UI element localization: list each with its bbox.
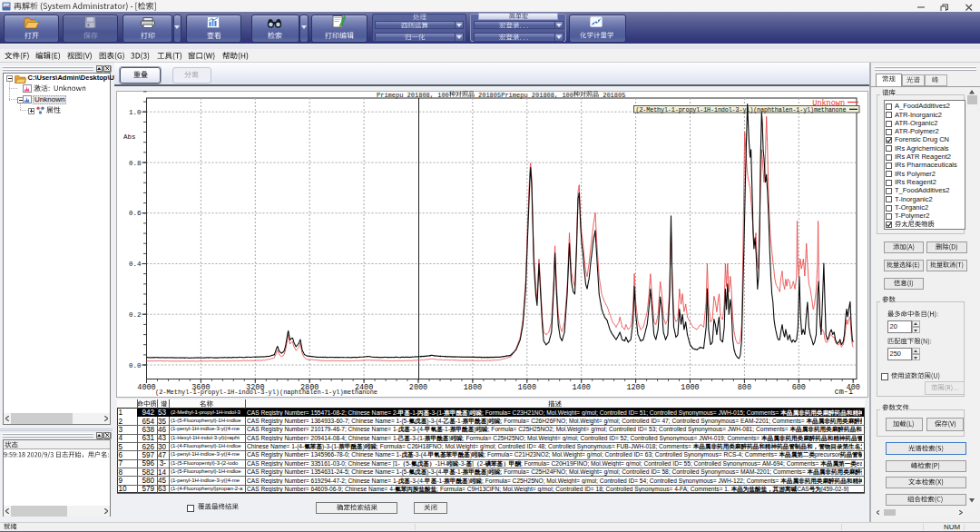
svg-text:4000: 4000 [137, 383, 155, 392]
svg-text:1.0: 1.0 [129, 109, 142, 116]
svg-text:(2-Methyl-1-propyl-1H-indol-3-: (2-Methyl-1-propyl-1H-indol-3-yl)(naphth… [155, 389, 377, 396]
svg-text:cm-1: cm-1 [835, 388, 853, 397]
svg-text:0.6: 0.6 [129, 210, 142, 217]
svg-text:Abs: Abs [123, 133, 136, 141]
svg-text:0.0: 0.0 [129, 362, 142, 369]
svg-text:0.2: 0.2 [129, 311, 142, 319]
svg-text:1800: 1800 [464, 383, 482, 392]
svg-text:0.8: 0.8 [129, 160, 142, 167]
svg-text:600: 600 [792, 383, 806, 392]
svg-text:1600: 1600 [518, 383, 536, 392]
svg-text:800: 800 [738, 383, 751, 392]
svg-text:2000: 2000 [409, 383, 427, 392]
svg-text:1000: 1000 [681, 383, 699, 392]
svg-text:(2-Methyl-1-propyl-1H-indol-3-: (2-Methyl-1-propyl-1H-indol-3-yl)(naphth… [636, 106, 847, 113]
svg-text:1400: 1400 [572, 383, 590, 392]
svg-text:0.4: 0.4 [129, 261, 142, 268]
svg-text:1200: 1200 [626, 383, 644, 392]
